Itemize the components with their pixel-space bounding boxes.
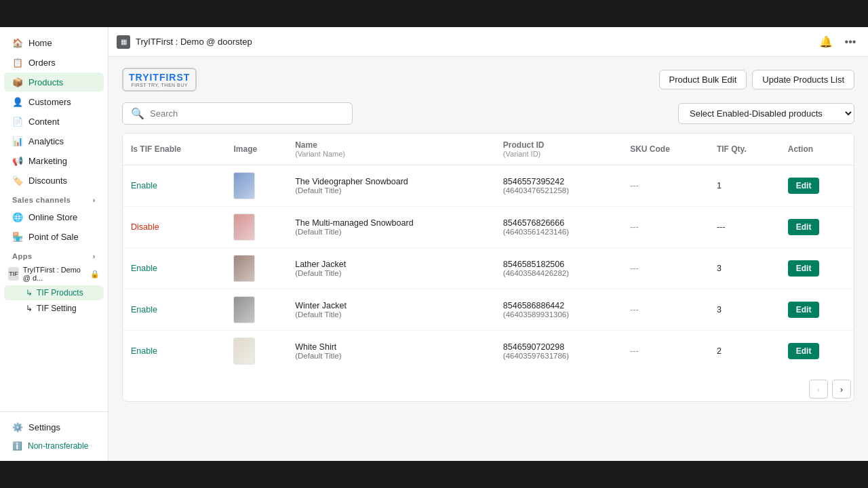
enable-status-1: Disable	[131, 222, 159, 232]
cell-product-id-1: 8546576826666 (46403561423146)	[495, 207, 622, 248]
cell-sku-2: ---	[622, 248, 709, 289]
col-is-tif-enable: Is TIF Enable	[123, 134, 225, 165]
search-input[interactable]	[150, 108, 344, 119]
apps-expand-icon[interactable]: ›	[93, 252, 96, 260]
cell-image-3	[225, 289, 287, 331]
col-variant-id-label: (Variant ID)	[503, 150, 614, 158]
edit-button-0[interactable]: Edit	[788, 178, 820, 194]
store-icon: ▦	[121, 38, 127, 45]
app-lock-icon: 🔒	[90, 270, 100, 279]
cell-tif-qty-1: ---	[709, 207, 780, 248]
sidebar-item-customers[interactable]: 👤 Customers	[4, 92, 104, 111]
variant-name-3: (Default Title)	[295, 310, 487, 319]
pagination-next-button[interactable]: ›	[832, 380, 851, 399]
sidebar-item-orders[interactable]: 📋 Orders	[4, 53, 104, 72]
product-image-0	[233, 172, 255, 199]
product-name-3: Winter Jacket	[295, 301, 487, 310]
product-name-0: The Videographer Snowboard	[295, 177, 487, 186]
col-image: Image	[225, 134, 287, 165]
cell-image-1	[225, 207, 287, 248]
cell-name-2: Lather Jacket (Default Title)	[287, 248, 495, 289]
top-nav-left: ▦ TryITFirst : Demo @ doorstep	[117, 35, 252, 49]
cell-image-2	[225, 248, 287, 289]
variant-id-0: (46403476521258)	[503, 186, 614, 195]
cell-image-4	[225, 331, 287, 372]
search-icon: 🔍	[131, 107, 144, 120]
filter-select[interactable]: Select Enabled-Disabled products Enabled…	[678, 103, 854, 124]
product-image-3	[233, 296, 255, 323]
table-header-row: Is TIF Enable Image Name (Variant Name) …	[123, 134, 854, 165]
cell-is-tif-enable-0: Enable	[123, 165, 225, 207]
cell-tif-qty-2: 3	[709, 248, 780, 289]
sidebar-item-online-store[interactable]: 🌐 Online Store	[4, 207, 104, 226]
sidebar: 🏠 Home 📋 Orders 📦 Products 👤 Customers 📄…	[0, 27, 108, 461]
cell-sku-0: ---	[622, 165, 709, 207]
sidebar-item-tif-products[interactable]: ↳ TIF Products	[4, 285, 104, 300]
header-buttons: Product Bulk Edit Update Products List	[659, 70, 854, 89]
more-icon: •••	[845, 36, 856, 48]
tif-setting-arrow: ↳	[26, 304, 33, 313]
table-row: Enable Lather Jacket (Default Title) 854…	[123, 248, 854, 289]
product-name-2: Lather Jacket	[295, 260, 487, 269]
cell-is-tif-enable-3: Enable	[123, 289, 225, 331]
cell-sku-1: ---	[622, 207, 709, 248]
app-tryitfirst-row[interactable]: TIF TryITFirst : Demo @ d... 🔒	[0, 263, 108, 285]
bell-button[interactable]: 🔔	[816, 33, 835, 52]
logo-sub-text: FIRST TRY, THEN BUY	[131, 83, 188, 87]
enable-status-2: Enable	[131, 264, 157, 273]
sidebar-item-non-transferable[interactable]: ℹ️ Non-transferable	[4, 437, 104, 455]
variant-id-2: (46403584426282)	[503, 269, 614, 277]
pagination-prev-button[interactable]: ‹	[809, 380, 828, 399]
table-row: Enable The Videographer Snowboard (Defau…	[123, 165, 854, 207]
sidebar-nav: 🏠 Home 📋 Orders 📦 Products 👤 Customers 📄…	[0, 27, 108, 411]
variant-id-3: (46403589931306)	[503, 310, 614, 319]
variant-id-4: (46403597631786)	[503, 352, 614, 360]
cell-image-0	[225, 165, 287, 207]
cell-name-4: White Shirt (Default Title)	[287, 331, 495, 372]
info-icon: ℹ️	[12, 441, 22, 451]
logo-main-text: TRYITFIRST	[129, 72, 190, 83]
sidebar-item-home[interactable]: 🏠 Home	[4, 33, 104, 52]
toolbar: 🔍 Select Enabled-Disabled products Enabl…	[122, 102, 854, 125]
sidebar-item-analytics[interactable]: 📊 Analytics	[4, 131, 104, 150]
cell-is-tif-enable-4: Enable	[123, 331, 225, 372]
analytics-icon: 📊	[12, 136, 23, 146]
breadcrumb-text: TryITFirst : Demo @ doorstep	[136, 37, 252, 47]
table-row: Disable The Multi-managed Snowboard (Def…	[123, 207, 854, 248]
product-bulk-edit-button[interactable]: Product Bulk Edit	[659, 70, 747, 89]
app-icon: TIF	[8, 267, 19, 281]
edit-button-3[interactable]: Edit	[788, 302, 820, 318]
sales-channels-expand-icon[interactable]: ›	[93, 196, 96, 204]
discounts-icon: 🏷️	[12, 175, 23, 186]
sidebar-item-point-of-sale[interactable]: 🏪 Point of Sale	[4, 227, 104, 246]
col-product-id: Product ID (Variant ID)	[495, 134, 622, 165]
cell-action-1: Edit	[780, 207, 854, 248]
sidebar-item-content[interactable]: 📄 Content	[4, 112, 104, 131]
sidebar-item-discounts[interactable]: 🏷️ Discounts	[4, 171, 104, 190]
cell-tif-qty-0: 1	[709, 165, 780, 207]
sales-channels-label: Sales channels ›	[0, 190, 108, 207]
sidebar-item-tif-setting[interactable]: ↳ TIF Setting	[4, 301, 104, 316]
edit-button-4[interactable]: Edit	[788, 343, 820, 359]
col-action: Action	[780, 134, 854, 165]
tif-products-arrow: ↳	[26, 288, 33, 298]
sidebar-item-products[interactable]: 📦 Products	[4, 73, 104, 92]
variant-id-1: (46403561423146)	[503, 228, 614, 236]
edit-button-2[interactable]: Edit	[788, 260, 820, 277]
cell-name-3: Winter Jacket (Default Title)	[287, 289, 495, 331]
page-header: TRYITFIRST FIRST TRY, THEN BUY Product B…	[122, 68, 854, 92]
product-image-1	[233, 214, 255, 241]
variant-name-2: (Default Title)	[295, 269, 487, 277]
cell-action-4: Edit	[780, 331, 854, 372]
edit-button-1[interactable]: Edit	[788, 219, 820, 235]
search-box: 🔍	[122, 102, 353, 125]
top-nav-right: 🔔 •••	[816, 33, 860, 52]
content-icon: 📄	[12, 116, 23, 127]
sidebar-item-marketing[interactable]: 📢 Marketing	[4, 151, 104, 170]
more-button[interactable]: •••	[841, 33, 860, 52]
update-products-list-button[interactable]: Update Products List	[752, 70, 854, 89]
orders-icon: 📋	[12, 57, 23, 68]
sidebar-item-settings[interactable]: ⚙️ Settings	[4, 418, 104, 436]
col-tif-qty: TIF Qty.	[709, 134, 780, 165]
cell-action-3: Edit	[780, 289, 854, 331]
